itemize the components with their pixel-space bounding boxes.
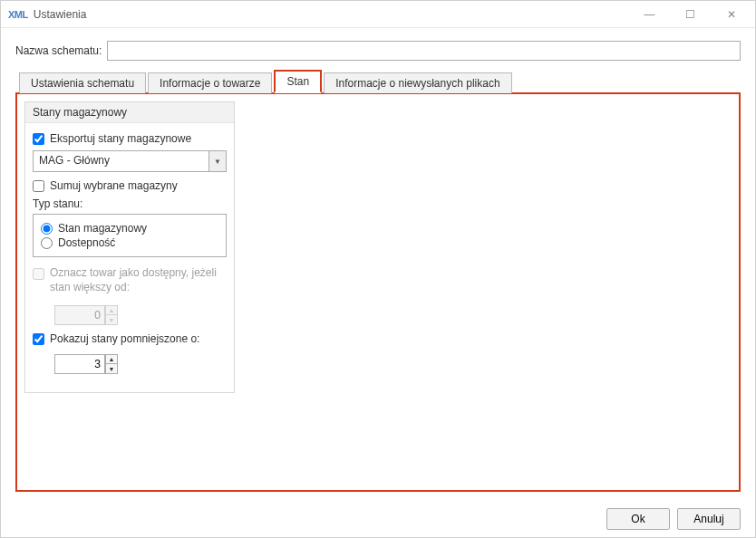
schema-label: Nazwa schematu: bbox=[15, 44, 102, 57]
tab-stock[interactable]: Stan bbox=[274, 70, 322, 93]
sum-warehouses-label: Sumuj wybrane magazyny bbox=[50, 179, 178, 192]
chevron-down-icon: ▼ bbox=[214, 158, 221, 166]
app-icon: XML bbox=[8, 9, 28, 20]
radio-availability-label: Dostepność bbox=[58, 236, 115, 249]
content-area: Nazwa schematu: Ustawienia schematu Info… bbox=[1, 28, 755, 501]
export-row: Eksportuj stany magazynowe bbox=[33, 132, 227, 145]
reduce-by-checkbox[interactable] bbox=[33, 333, 44, 345]
reduce-row: Pokazuj stany pomniejszone o: bbox=[33, 332, 227, 345]
tabs-row: Ustawienia schematu Informacje o towarze… bbox=[15, 70, 741, 93]
reduce-spinner-buttons: ▲ ▼ bbox=[105, 354, 118, 374]
sum-row: Sumuj wybrane magazyny bbox=[33, 179, 227, 192]
cancel-button[interactable]: Anuluj bbox=[677, 508, 741, 530]
group-title: Stany magazynowy bbox=[25, 102, 234, 123]
reduce-by-label: Pokazuj stany pomniejszone o: bbox=[50, 332, 199, 345]
titlebar-left: XML Ustawienia bbox=[8, 8, 86, 21]
radio-stock[interactable] bbox=[41, 223, 53, 235]
tab-body: Stany magazynowy Eksportuj stany magazyn… bbox=[15, 92, 741, 492]
reduce-spin-up[interactable]: ▲ bbox=[105, 354, 118, 364]
window-controls: — ☐ ✕ bbox=[629, 2, 751, 27]
titlebar: XML Ustawienia — ☐ ✕ bbox=[1, 1, 755, 28]
stock-groupbox: Stany magazynowy Eksportuj stany magazyn… bbox=[24, 101, 235, 393]
settings-window: XML Ustawienia — ☐ ✕ Nazwa schematu: Ust… bbox=[0, 0, 756, 538]
availability-spinner-buttons: ▲ ▼ bbox=[105, 305, 118, 325]
radio-stock-row: Stan magazynowy bbox=[41, 222, 218, 235]
availability-threshold-checkbox bbox=[33, 268, 44, 280]
export-stock-label: Eksportuj stany magazynowe bbox=[50, 132, 191, 145]
reduce-spin-down[interactable]: ▼ bbox=[105, 364, 118, 374]
radio-availability[interactable] bbox=[41, 237, 53, 249]
availability-spin-up: ▲ bbox=[105, 305, 118, 315]
tab-product-info[interactable]: Informacje o towarze bbox=[148, 72, 272, 93]
type-radio-group: Stan magazynowy Dostepność bbox=[33, 214, 227, 257]
ok-button[interactable]: Ok bbox=[606, 508, 670, 530]
radio-availability-row: Dostepność bbox=[41, 236, 218, 249]
warehouse-combo-button[interactable]: ▼ bbox=[208, 150, 227, 172]
footer: Ok Anuluj bbox=[1, 501, 755, 537]
export-stock-checkbox[interactable] bbox=[33, 133, 44, 145]
schema-row: Nazwa schematu: bbox=[15, 41, 741, 61]
minimize-button[interactable]: — bbox=[629, 2, 670, 27]
reduce-by-input[interactable] bbox=[54, 354, 105, 374]
tab-unsent-files[interactable]: Informacje o niewysłanych plikach bbox=[324, 72, 511, 93]
radio-stock-label: Stan magazynowy bbox=[58, 222, 147, 235]
availability-threshold-label: Oznacz towar jako dostępny, jeżeli stan … bbox=[50, 266, 227, 294]
window-title: Ustawienia bbox=[34, 8, 87, 21]
group-body: Eksportuj stany magazynowe MAG - Główny … bbox=[25, 123, 234, 392]
close-button[interactable]: ✕ bbox=[711, 2, 751, 27]
availability-threshold-input bbox=[54, 305, 105, 325]
warehouse-combo-value: MAG - Główny bbox=[33, 150, 208, 172]
reduce-by-spinner: ▲ ▼ bbox=[54, 354, 118, 374]
availability-threshold-row: Oznacz towar jako dostępny, jeżeli stan … bbox=[33, 266, 227, 294]
schema-name-input[interactable] bbox=[107, 41, 741, 61]
sum-warehouses-checkbox[interactable] bbox=[33, 180, 44, 192]
availability-spin-down: ▼ bbox=[105, 315, 118, 325]
maximize-button[interactable]: ☐ bbox=[670, 2, 711, 27]
warehouse-combo[interactable]: MAG - Główny ▼ bbox=[33, 150, 227, 172]
availability-threshold-spinner: ▲ ▼ bbox=[54, 305, 118, 325]
tab-schema-settings[interactable]: Ustawienia schematu bbox=[19, 72, 146, 93]
type-label: Typ stanu: bbox=[33, 197, 227, 210]
